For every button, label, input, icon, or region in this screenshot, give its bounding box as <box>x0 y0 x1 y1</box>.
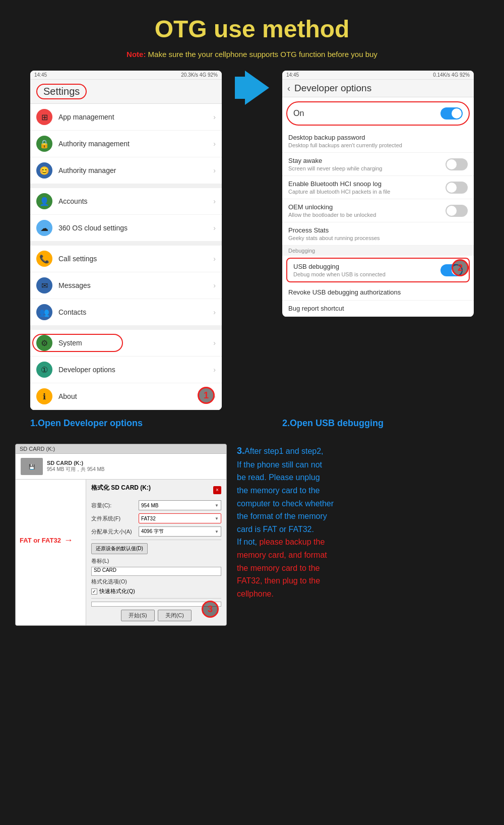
screenshots-row: 14:45 20.3K/s 4G 92% Settings ⊞ App mana… <box>15 71 489 410</box>
win-inner: FAT or FAT32 → 格式化 SD CARD (K:) × 容量(C): <box>16 480 226 625</box>
list-item[interactable]: ℹ About › <box>30 383 222 410</box>
step-2-circle: 2 <box>452 259 469 276</box>
capacity-row: 容量(C): 954 MB ▼ <box>91 500 221 510</box>
settings-title: Settings <box>36 84 87 99</box>
list-item[interactable]: ✉ Messages › <box>30 272 222 299</box>
dev-list-item: Process Stats Geeky stats about running … <box>282 222 474 246</box>
debugging-label: Debugging <box>282 246 474 256</box>
on-toggle-row: On <box>286 101 470 126</box>
cloud-icon: ☁ <box>36 220 52 236</box>
restore-row: 还原设备的默认值(D) <box>91 543 221 554</box>
sd-card-icon: 💾 <box>21 458 43 475</box>
caption-left: 1.Open Developer options <box>30 418 222 429</box>
oem-toggle[interactable] <box>446 205 468 217</box>
dev-options-icon: ① <box>36 362 52 378</box>
captions-row: 1.Open Developer options 2.Open USB debu… <box>15 418 489 429</box>
dev-list-item[interactable]: Revoke USB debugging authorizations <box>282 284 474 301</box>
note-text: Make sure the your cellphone supports OT… <box>148 50 377 58</box>
statusbar-right: 14:45 0.14K/s 4G 92% <box>282 71 474 80</box>
call-icon: 📞 <box>36 251 52 267</box>
step3-number: 3. <box>237 446 244 456</box>
statusbar-left: 14:45 20.3K/s 4G 92% <box>30 71 222 80</box>
capacity-label: 容量(C): <box>91 502 137 509</box>
format-title-row: 格式化 SD CARD (K:) × <box>91 484 221 496</box>
bluetooth-toggle[interactable] <box>446 182 468 194</box>
filesystem-row: 文件系统(F) FAT32 ▼ <box>91 513 221 523</box>
bottom-section: SD CARD (K:) 💾 SD CARD (K:) 954 MB 可用，共 … <box>15 444 489 626</box>
dev-list-item: Stay awake Screen will never sleep while… <box>282 153 474 176</box>
authority-manager-icon: 😊 <box>36 162 52 179</box>
dev-header: ‹ Developer options <box>282 80 474 97</box>
step3-red: please backup the memory card, and forma… <box>237 538 327 598</box>
caption-right: 2.Open USB debugging <box>282 418 474 429</box>
win-top-bar: SD CARD (K:) <box>16 444 226 454</box>
fat-arrow-icon: → <box>64 535 73 546</box>
usb-debug-sub: Debug mode when USB is connected <box>293 271 386 277</box>
dev-list-item: OEM unlocking Allow the bootloader to be… <box>282 199 474 222</box>
fat-label-area: FAT or FAT32 → <box>20 532 82 546</box>
note-line: Note: Make sure the your cellphone suppo… <box>15 50 489 58</box>
win-left-spacer <box>20 485 82 525</box>
start-button[interactable]: 开始(S) <box>121 610 155 621</box>
format-title: 格式化 SD CARD (K:) <box>91 484 151 492</box>
divider <box>30 184 222 188</box>
step3-text: 3.After step1 and step2, If the phone st… <box>237 444 489 600</box>
list-item[interactable]: ⊞ App management › <box>30 104 222 131</box>
capacity-select[interactable]: 954 MB ▼ <box>139 500 221 510</box>
back-arrow-icon: ‹ <box>287 83 290 94</box>
authority-mgmt-icon: 🔒 <box>36 136 52 152</box>
select-arrow-icon: ▼ <box>215 503 219 508</box>
win-drive-area: 💾 SD CARD (K:) 954 MB 可用，共 954 MB <box>16 454 226 480</box>
about-icon: ℹ <box>36 388 52 404</box>
caption-spacer <box>232 418 272 429</box>
list-item[interactable]: ① Developer options › <box>30 357 222 383</box>
system-item[interactable]: ⚙ System › <box>30 330 222 357</box>
app-mgmt-icon: ⊞ <box>36 109 52 125</box>
close-dialog-button[interactable]: 关闭(C) <box>158 610 192 621</box>
win-drive-info: SD CARD (K:) 954 MB 可用，共 954 MB <box>47 460 104 473</box>
close-button[interactable]: × <box>213 486 221 494</box>
arrow-container <box>232 71 272 105</box>
left-phone: 14:45 20.3K/s 4G 92% Settings ⊞ App mana… <box>30 71 222 410</box>
alloc-arrow-icon: ▼ <box>215 529 219 534</box>
step3-cyan: After step1 and step2, If the phone stil… <box>237 447 334 534</box>
right-phone: 14:45 0.14K/s 4G 92% ‹ Developer options… <box>282 71 474 317</box>
list-item[interactable]: 👤 Accounts › <box>30 188 222 215</box>
filesystem-select[interactable]: FAT32 ▼ <box>139 513 221 523</box>
dev-header-title: Developer options <box>294 83 371 94</box>
list-item[interactable]: 👥 Contacts › <box>30 299 222 326</box>
alloc-row: 分配单元大小(A) 4096 字节 ▼ <box>91 526 221 537</box>
accounts-icon: 👤 <box>36 193 52 209</box>
divider <box>30 242 222 246</box>
usb-debug-row: USB debugging Debug mode when USB is con… <box>286 258 470 282</box>
restore-button[interactable]: 还原设备的默认值(D) <box>91 543 148 554</box>
win-left-panel: FAT or FAT32 → <box>16 480 86 625</box>
filesystem-label: 文件系统(F) <box>91 515 137 522</box>
system-icon: ⚙ <box>36 335 52 351</box>
win-top-label: SD CARD (K:) <box>20 446 55 452</box>
on-toggle[interactable] <box>440 107 463 120</box>
list-item[interactable]: 😊 Authority manager › <box>30 157 222 184</box>
quick-format-label: 快速格式化(Q) <box>99 587 135 595</box>
volume-input[interactable]: SD CARD <box>91 567 221 576</box>
usb-debug-title: USB debugging <box>293 263 386 270</box>
win-dialog: SD CARD (K:) 💾 SD CARD (K:) 954 MB 可用，共 … <box>15 444 227 626</box>
list-item[interactable]: 🔒 Authority management › <box>30 131 222 157</box>
alloc-select[interactable]: 4096 字节 ▼ <box>139 526 221 537</box>
dev-list-item[interactable]: Bug report shortcut <box>282 301 474 317</box>
settings-header: Settings <box>30 80 222 104</box>
format-options-label: 格式化选项(O) <box>91 578 221 585</box>
fs-select-arrow-icon: ▼ <box>215 516 219 521</box>
quick-format-checkbox[interactable]: ✓ <box>91 588 97 595</box>
alloc-label: 分配单元大小(A) <box>91 528 137 536</box>
quick-format-row: ✓ 快速格式化(Q) <box>91 587 221 595</box>
stay-awake-toggle[interactable] <box>446 158 468 170</box>
list-item[interactable]: 📞 Call settings › <box>30 246 222 272</box>
step-3-circle: 3 <box>202 601 219 618</box>
settings-list: ⊞ App management › 🔒 Authority managemen… <box>30 104 222 410</box>
list-item[interactable]: ☁ 360 OS cloud settings › <box>30 215 222 242</box>
fat-label-text: FAT or FAT32 <box>20 537 61 544</box>
note-label: Note: <box>127 50 146 58</box>
on-label: On <box>293 109 304 118</box>
win-dialog-wrapper: SD CARD (K:) 💾 SD CARD (K:) 954 MB 可用，共 … <box>15 444 227 626</box>
